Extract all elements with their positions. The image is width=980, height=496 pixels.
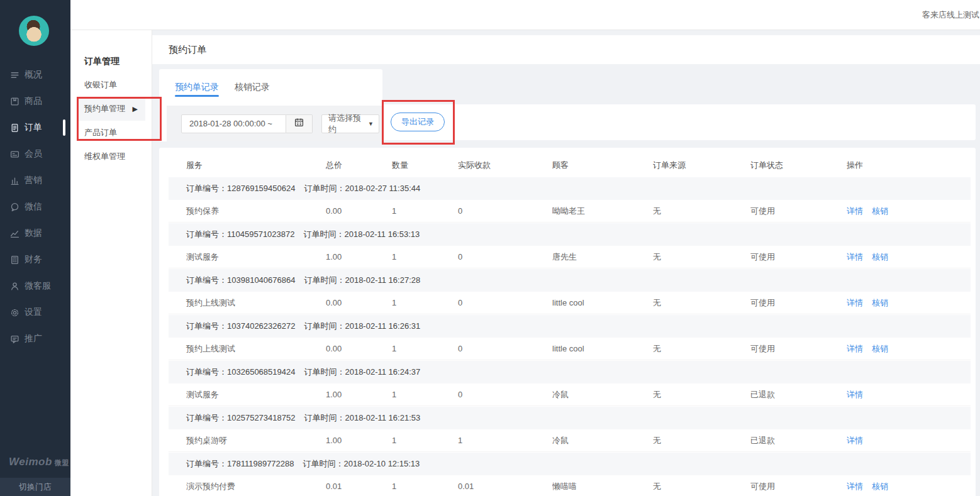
sidebar-item-finance[interactable]: 财务	[0, 246, 70, 273]
redeem-link[interactable]: 核销	[872, 252, 888, 262]
column-header-total-price: 总价	[326, 160, 392, 171]
date-range-input[interactable]: 2018-01-28 00:00:00 ~	[181, 114, 286, 133]
sidebar-item-wechat[interactable]: 微信	[0, 194, 70, 220]
detail-link[interactable]: 详情	[847, 482, 863, 491]
sidebar-item-settings[interactable]: 设置	[0, 299, 70, 326]
sidebar-item-label: 设置	[25, 307, 42, 318]
members-icon	[10, 150, 19, 159]
sidebar-item-marketing[interactable]: 营销	[0, 167, 70, 194]
service-icon	[10, 282, 19, 291]
order-number: 128769159450624	[227, 184, 295, 193]
actions-cell: 详情核销	[847, 343, 971, 355]
tab-redeem-records[interactable]: 核销记录	[235, 69, 270, 106]
sidebar-item-promotion[interactable]: 推广	[0, 326, 70, 352]
annotation-box-submenu	[77, 97, 162, 141]
column-header-quantity: 数量	[392, 160, 458, 171]
redeem-link[interactable]: 核销	[872, 298, 888, 307]
actual-payment: 0	[458, 206, 552, 216]
booking-select[interactable]: 请选择预约 ▼	[321, 114, 379, 133]
quantity: 1	[392, 298, 458, 307]
order-group: 订单编号：110459571023872 订单时间：2018-02-11 16:…	[169, 223, 971, 268]
sidebar-item-label: 微信	[25, 201, 42, 212]
total-price: 0.00	[326, 298, 392, 307]
order-number: 103740262326272	[227, 321, 295, 331]
redeem-link[interactable]: 核销	[872, 344, 888, 353]
service-name: 演示预约付费	[169, 481, 326, 492]
sidebar-item-service[interactable]: 微客服	[0, 273, 70, 299]
column-header-order-status: 订单状态	[750, 160, 847, 171]
actual-payment: 0.01	[458, 482, 552, 491]
order-data-row: 测试服务 1.00 1 0 冷鼠 无 已退款 详情	[169, 383, 971, 406]
sidebar-item-label: 营销	[25, 175, 42, 186]
detail-link[interactable]: 详情	[847, 436, 863, 445]
order-group: 订单编号：102575273418752 订单时间：2018-02-11 16:…	[169, 407, 971, 452]
actual-payment: 0	[458, 390, 552, 399]
submenu-title: 订单管理	[77, 55, 145, 67]
detail-link[interactable]: 详情	[847, 298, 863, 307]
sidebar-item-label: 推广	[25, 333, 42, 344]
detail-link[interactable]: 详情	[847, 390, 863, 399]
sidebar-item-data[interactable]: 数据	[0, 220, 70, 246]
store-name[interactable]: 客来店线上测试	[922, 0, 980, 30]
export-toolbar-panel: 导出记录	[382, 104, 976, 140]
order-number: 110459571023872	[227, 229, 295, 239]
customer-name: little cool	[552, 344, 653, 353]
table-header-row: 服务 总价 数量 实际收款 顾客 订单来源 订单状态 操作	[169, 154, 971, 177]
sidebar-item-label: 会员	[25, 148, 42, 160]
order-time: 2018-02-10 12:15:13	[344, 459, 420, 468]
secondary-sidebar: 订单管理 收银订单 预约单管理 ▶ 产品订单 维权单管理	[70, 0, 152, 496]
sidebar-item-label: 数据	[25, 228, 42, 239]
redeem-link[interactable]: 核销	[872, 482, 888, 491]
quantity: 1	[392, 206, 458, 216]
order-data-row: 预约上线测试 0.00 1 0 little cool 无 可使用 详情核销	[169, 292, 971, 314]
detail-link[interactable]: 详情	[847, 252, 863, 262]
order-data-row: 预约桌游呀 1.00 1 1 冷鼠 无 已退款 详情	[169, 429, 971, 452]
top-header-bar: 客来店线上测试	[70, 0, 980, 30]
customer-name: 冷鼠	[552, 435, 653, 446]
quantity: 1	[392, 344, 458, 353]
order-source: 无	[653, 297, 750, 309]
promotion-icon	[10, 334, 19, 344]
order-number: 102575273418752	[227, 413, 295, 422]
sidebar-item-members[interactable]: 会员	[0, 141, 70, 167]
actions-cell: 详情核销	[847, 206, 971, 217]
order-meta-row: 订单编号：110459571023872 订单时间：2018-02-11 16:…	[169, 223, 971, 246]
service-name: 预约上线测试	[169, 343, 326, 355]
table-body: 订单编号：128769159450624 订单时间：2018-02-27 11:…	[169, 177, 971, 496]
redeem-link[interactable]: 核销	[872, 206, 888, 216]
detail-link[interactable]: 详情	[847, 344, 863, 353]
quantity: 1	[392, 436, 458, 445]
finance-icon	[10, 255, 19, 265]
column-header-service: 服务	[169, 160, 326, 171]
order-meta-row: 订单编号：128769159450624 订单时间：2018-02-27 11:…	[169, 177, 971, 200]
actions-cell: 详情核销	[847, 297, 971, 309]
order-meta-row: 订单编号：102575273418752 订单时间：2018-02-11 16:…	[169, 407, 971, 429]
order-meta-row: 订单编号：103740262326272 订单时间：2018-02-11 16:…	[169, 315, 971, 338]
service-name: 测试服务	[169, 251, 326, 263]
total-price: 0.00	[326, 206, 392, 216]
sidebar-item-overview[interactable]: 概况	[0, 62, 70, 88]
avatar[interactable]	[19, 16, 49, 46]
sidebar-item-goods[interactable]: 商品	[0, 88, 70, 114]
primary-sidebar: 概况 商品 订单 会员 营销	[0, 0, 70, 496]
detail-link[interactable]: 详情	[847, 206, 863, 216]
tab-bar: 预约单记录 核销记录	[159, 69, 382, 106]
customer-name: little cool	[552, 298, 653, 307]
submenu-item-cashier-orders[interactable]: 收银订单	[77, 73, 145, 97]
calendar-icon	[294, 118, 304, 130]
quantity: 1	[392, 252, 458, 262]
order-status: 可使用	[750, 481, 847, 492]
order-group: 订单编号：103740262326272 订单时间：2018-02-11 16:…	[169, 315, 971, 360]
column-header-actions: 操作	[847, 160, 971, 171]
service-name: 测试服务	[169, 389, 326, 400]
order-number: 103265068519424	[227, 367, 295, 377]
primary-nav: 概况 商品 订单 会员 营销	[0, 62, 70, 352]
sidebar-item-orders[interactable]: 订单	[0, 114, 70, 141]
submenu-item-rights-management[interactable]: 维权单管理	[77, 145, 145, 168]
tab-booking-records[interactable]: 预约单记录	[175, 69, 219, 106]
quantity: 1	[392, 482, 458, 491]
switch-store-button[interactable]: 切换门店	[0, 478, 70, 496]
orders-icon	[10, 123, 19, 133]
calendar-button[interactable]	[286, 114, 313, 133]
customer-name: 呦呦老王	[552, 206, 653, 217]
